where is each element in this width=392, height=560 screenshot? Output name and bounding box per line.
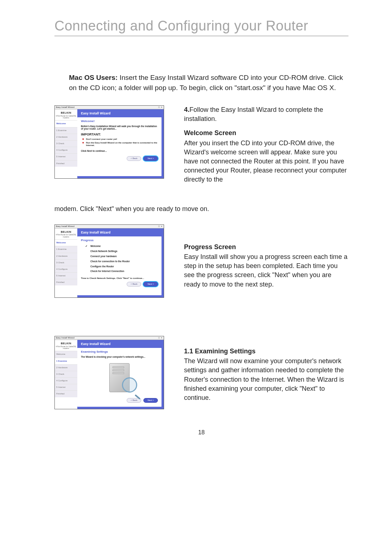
computer-magnifier-icon xyxy=(81,360,158,396)
sidebar-step-finished: Finished xyxy=(55,160,77,167)
back-button[interactable]: < Back xyxy=(127,156,142,161)
sidebar-step-welcome: Welcome xyxy=(55,351,77,357)
progress-item: Check for connection to the Router xyxy=(81,259,158,264)
progress-footer: Time to Check Network Settings. Click "N… xyxy=(81,277,158,279)
sidebar-step-welcome: Welcome xyxy=(55,120,77,127)
wizard-banner: Easy Install Wizard xyxy=(77,109,164,117)
examine-description: 1.1 Examining Settings The Wizard will n… xyxy=(184,336,348,402)
welcome-subhead: Welcome Screen xyxy=(184,129,348,138)
progress-body: Easy Install will show you a progress sc… xyxy=(184,252,348,289)
pane-line1: Belkin's Easy Installation Wizard will w… xyxy=(81,125,157,130)
step4-number: 4. xyxy=(184,106,189,113)
examine-subhead: 1.1 Examining Settings xyxy=(184,347,348,356)
brand-label: BELKIN xyxy=(55,228,77,234)
next-button[interactable]: Next > xyxy=(143,156,158,161)
sidebar-step-finished: Finished xyxy=(55,279,77,285)
wizard-window: Easy Install Wizard BELKIN 4-Port Router… xyxy=(54,105,164,179)
wizard-titlebar: Easy Install Wizard xyxy=(55,336,164,340)
progress-item: Connect your hardware xyxy=(81,254,158,259)
wizard-pane: Examining Settings The Wizard is checkin… xyxy=(77,348,162,407)
progress-item: Configure the Router xyxy=(81,264,158,269)
sidebar-step-examine: 1 Examine xyxy=(55,358,77,364)
bullet-2: Run the Easy Install Wizard on the compu… xyxy=(81,142,158,147)
progress-item: Check for Internet Connection xyxy=(81,269,158,274)
window-controls-icon xyxy=(158,225,163,228)
welcome-body: After you insert the CD into your CD-ROM… xyxy=(184,139,348,184)
progress-item: Check Network Settings xyxy=(81,249,158,254)
sidebar-step-internet: 5 Internet xyxy=(55,384,77,390)
brand-sublabel: 4-Port Router for Cable/DSL modems xyxy=(55,115,77,121)
bullet-1: Don't connect your router yet! xyxy=(81,138,158,141)
brand-sublabel: 4-Port Router for Cable/DSL modems xyxy=(55,346,77,351)
sidebar-step-internet: 5 Internet xyxy=(55,272,77,279)
pane-heading: Progress xyxy=(81,239,158,242)
brand-label: BELKIN xyxy=(55,109,77,115)
back-button[interactable]: < Back xyxy=(127,282,142,287)
wizard-titlebar: Easy Install Wizard xyxy=(55,106,164,109)
intro-lead: Mac OS Users: xyxy=(69,74,118,81)
window-controls-icon xyxy=(158,106,163,109)
screenshot-progress: Easy Install Wizard BELKIN 4-Port Router… xyxy=(54,224,164,298)
page-title: Connecting and Configuring your Router xyxy=(54,18,348,36)
row-welcome: Easy Install Wizard BELKIN 4-Port Router… xyxy=(54,105,348,184)
sidebar-step-configure: 4 Configure xyxy=(55,147,77,153)
brand-sublabel: 4-Port Router for Cable/DSL modems xyxy=(55,234,77,239)
wizard-pane: Welcome! Belkin's Easy Installation Wiza… xyxy=(77,117,162,176)
important-label: IMPORTANT: xyxy=(81,133,158,137)
brand-label: BELKIN xyxy=(55,340,77,345)
wizard-sidebar: BELKIN 4-Port Router for Cable/DSL modem… xyxy=(55,228,77,297)
sidebar-step-check: 3 Check xyxy=(55,371,77,377)
screenshot-welcome: Easy Install Wizard BELKIN 4-Port Router… xyxy=(54,105,164,179)
wizard-titlebar: Easy Install Wizard xyxy=(55,225,164,228)
screenshot-examine: Easy Install Wizard BELKIN 4-Port Router… xyxy=(54,336,164,409)
sidebar-step-examine: 1 Examine xyxy=(55,127,77,134)
step4-text: Follow the Easy Install Wizard to comple… xyxy=(184,106,323,122)
pane-line1: The Wizard is checking your computer's n… xyxy=(81,356,145,358)
window-controls-icon xyxy=(158,337,163,339)
wizard-sidebar: BELKIN 4-Port Router for Cable/DSL modem… xyxy=(55,109,77,178)
progress-item: Welcome xyxy=(81,244,158,249)
next-button[interactable]: Next > xyxy=(143,398,158,403)
sidebar-step-welcome: Welcome xyxy=(55,239,77,246)
wizard-window-title: Easy Install Wizard xyxy=(56,337,74,339)
sidebar-step-hardware: 2 Hardware xyxy=(55,364,77,371)
wizard-pane: Progress Welcome Check Network Settings … xyxy=(77,236,162,295)
page-number: 18 xyxy=(54,429,348,436)
welcome-overflow: modem. Click "Next" when you are ready t… xyxy=(54,204,348,214)
wizard-window-title: Easy Install Wizard xyxy=(56,106,74,109)
pane-heading: Welcome! xyxy=(81,119,158,123)
wizard-window: Easy Install Wizard BELKIN 4-Port Router… xyxy=(54,336,164,409)
wizard-window-title: Easy Install Wizard xyxy=(56,225,74,228)
pane-heading: Examining Settings xyxy=(81,350,158,354)
next-button[interactable]: Next > xyxy=(143,282,158,287)
row-progress: Easy Install Wizard BELKIN 4-Port Router… xyxy=(54,224,348,298)
sidebar-step-hardware: 2 Hardware xyxy=(55,253,77,259)
sidebar-step-configure: 4 Configure xyxy=(55,377,77,384)
examine-body: The Wizard will now examine your compute… xyxy=(184,357,348,402)
wizard-banner: Easy Install Wizard xyxy=(77,228,164,236)
wizard-window: Easy Install Wizard BELKIN 4-Port Router… xyxy=(54,224,164,298)
sidebar-step-examine: 1 Examine xyxy=(55,246,77,252)
row-examine: Easy Install Wizard BELKIN 4-Port Router… xyxy=(54,336,348,409)
sidebar-step-configure: 4 Configure xyxy=(55,266,77,272)
progress-description: Progress Screen Easy Install will show y… xyxy=(184,224,348,289)
sidebar-step-internet: 5 Internet xyxy=(55,153,77,160)
sidebar-step-hardware: 2 Hardware xyxy=(55,134,77,140)
progress-subhead: Progress Screen xyxy=(184,243,348,252)
continue-hint: Click Next to continue... xyxy=(81,150,107,152)
sidebar-step-check: 3 Check xyxy=(55,140,77,147)
welcome-description: 4.Follow the Easy Install Wizard to comp… xyxy=(184,105,348,184)
sidebar-step-finished: Finished xyxy=(55,390,77,397)
intro-paragraph: Mac OS Users: Insert the Easy Install Wi… xyxy=(69,73,348,93)
sidebar-step-check: 3 Check xyxy=(55,259,77,266)
wizard-sidebar: BELKIN 4-Port Router for Cable/DSL modem… xyxy=(55,340,77,409)
wizard-banner: Easy Install Wizard xyxy=(77,340,164,348)
